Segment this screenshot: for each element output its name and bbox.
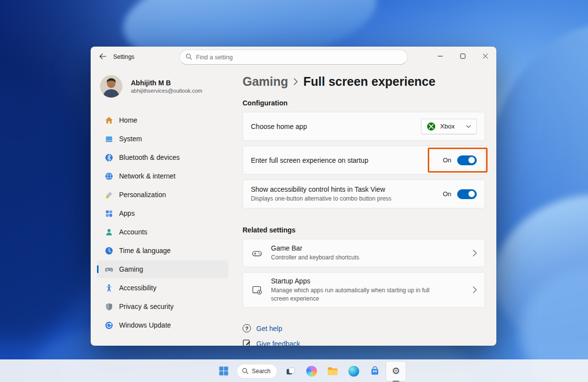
titlebar: Settings [91,47,496,67]
fullscreen-startup-row: Enter full screen experience on startup … [243,146,485,175]
sidebar-nav: Home System Bluetooth [91,111,238,334]
sidebar-item-accounts[interactable]: Accounts [97,223,228,241]
bluetooth-icon [105,153,113,162]
store-icon [370,366,380,376]
window-controls [429,47,496,67]
sidebar-item-label: Personalization [119,191,166,199]
sidebar-item-label: Accessibility [119,284,156,292]
search-input[interactable] [196,54,401,61]
copilot-icon [306,366,317,377]
sidebar-item-personalization[interactable]: Personalization [97,186,228,204]
help-icon: ? [243,324,251,332]
back-button[interactable] [95,50,110,64]
chevron-right-icon [473,250,477,256]
sidebar-item-time-language[interactable]: Time & language [97,242,228,259]
home-app-value: Xbox [440,123,455,130]
settings-taskbar-button[interactable]: ⚙ [386,361,406,381]
task-view-button[interactable] [281,361,300,381]
maximize-button[interactable] [451,47,474,65]
get-help-label: Get help [256,325,282,332]
network-icon [105,172,113,180]
fullscreen-startup-state: On [443,156,451,164]
time-language-icon [105,247,113,255]
sidebar-item-label: Accounts [119,228,147,236]
breadcrumb-separator-icon [294,78,298,85]
back-arrow-icon [99,53,106,61]
minimize-button[interactable] [429,47,451,65]
home-app-dropdown[interactable]: Xbox [421,119,477,134]
sidebar-item-privacy-security[interactable]: Privacy & security [97,298,228,315]
task-view-icon [286,366,295,376]
startup-apps-description: Manage which apps run automatically when… [271,286,447,302]
file-explorer-button[interactable] [323,361,343,381]
get-help-link[interactable]: ? Get help [243,324,282,332]
sidebar-item-apps[interactable]: Apps [97,204,228,222]
sidebar-item-label: Windows Update [119,321,171,329]
windows-logo-icon [219,366,228,376]
settings-search-box[interactable] [179,50,408,65]
wallpaper-petal [0,78,103,343]
related-settings-heading: Related settings [243,226,485,234]
sidebar-item-bluetooth-devices[interactable]: Bluetooth & devices [97,149,228,166]
breadcrumb-parent[interactable]: Gaming [243,74,288,89]
accessibility-icon [105,284,113,292]
breadcrumb-current: Full screen experience [303,74,436,89]
accessibility-hints-label: Show accessibility control hints in Task… [251,185,392,193]
give-feedback-label: Give feedback [256,340,300,346]
search-icon [242,368,248,374]
choose-home-app-label: Choose home app [251,123,307,130]
settings-window: Settings [91,47,496,346]
sidebar-item-label: Gaming [119,265,143,273]
configuration-heading: Configuration [243,99,485,107]
startup-apps-row[interactable]: Startup Apps Manage which apps run autom… [243,272,485,307]
sidebar-item-label: Home [119,116,137,124]
taskbar-center: Search [214,361,406,381]
home-icon [105,116,113,125]
game-bar-description: Controller and keyboard shortcuts [271,254,359,261]
sidebar-item-gaming[interactable]: Gaming [97,260,228,278]
sidebar-item-label: Bluetooth & devices [119,153,180,161]
system-icon [105,135,113,143]
accessibility-hints-state: On [443,190,451,198]
accounts-icon [105,228,113,236]
windows-update-icon [105,321,113,330]
startup-apps-icon [251,284,263,296]
gear-icon: ⚙ [392,366,400,376]
game-bar-icon [251,247,263,259]
search-icon [186,53,192,62]
account-text: Abhijith M B abhijithservices@outlook.co… [131,79,202,94]
chevron-down-icon [466,125,471,128]
selected-indicator [97,265,98,273]
feedback-icon [243,339,251,346]
file-explorer-icon [327,367,338,376]
sidebar-item-home[interactable]: Home [97,111,228,129]
copilot-button[interactable] [302,361,321,381]
sidebar-item-network-internet[interactable]: Network & internet [97,167,228,185]
chevron-right-icon [473,286,477,293]
apps-icon [105,209,113,218]
taskbar-search-label: Search [252,368,270,375]
user-email: abhijithservices@outlook.com [131,88,202,94]
sidebar-item-accessibility[interactable]: Accessibility [97,279,228,297]
store-button[interactable] [365,361,385,381]
sidebar-item-system[interactable]: System [97,130,228,148]
accessibility-hints-toggle[interactable] [457,189,477,199]
desktop: Settings [0,0,588,382]
give-feedback-link[interactable]: Give feedback [243,339,300,346]
sidebar-item-windows-update[interactable]: Windows Update [97,316,228,334]
xbox-icon [427,122,436,131]
gaming-icon [105,265,113,274]
taskbar-search[interactable]: Search [237,364,277,379]
user-name: Abhijith M B [131,79,202,87]
sidebar-item-label: Time & language [119,247,171,255]
account-section[interactable]: Abhijith M B abhijithservices@outlook.co… [100,75,238,98]
start-button[interactable] [214,361,233,381]
taskbar: Search [0,359,588,382]
sidebar-item-label: Network & internet [119,172,175,180]
edge-button[interactable] [344,361,364,381]
game-bar-row[interactable]: Game Bar Controller and keyboard shortcu… [243,239,485,267]
fullscreen-startup-toggle[interactable] [457,155,477,165]
game-bar-text: Game Bar Controller and keyboard shortcu… [271,244,359,261]
accessibility-hints-text: Show accessibility control hints in Task… [251,185,392,203]
close-button[interactable] [474,47,496,65]
